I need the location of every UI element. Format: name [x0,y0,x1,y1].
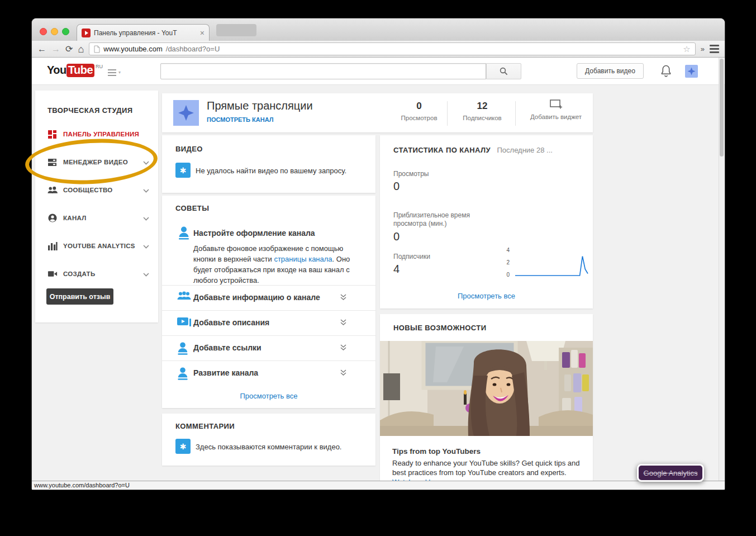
chevron-down-icon[interactable] [143,213,149,223]
url-domain: www.youtube.com [103,45,163,53]
videos-empty-message: Не удалось найти видео по вашему запросу… [196,167,346,175]
sidebar-item-label: YOUTUBE ANALYTICS [63,243,135,249]
sidebar-item-channel[interactable]: КАНАЛ [35,206,158,230]
youtube-logo[interactable]: YouTubeRU [47,64,103,77]
account-avatar[interactable] [685,65,698,78]
tip-row-channel-info[interactable]: Добавьте информацию о канале [162,285,375,310]
divider [447,101,448,126]
chevron-down-icon[interactable] [143,241,149,251]
sidebar-item-create[interactable]: СОЗДАТЬ [35,262,158,286]
zoom-window-button[interactable] [62,28,69,35]
tip-row-label: Добавьте информацию о канале [193,293,320,302]
stats-period-label: Последние 28 ... [497,146,552,154]
channel-avatar[interactable] [173,100,199,126]
asterisk-glyph: ✱ [180,442,187,451]
watch-time-metric-label: Приблизительное время просмотра (мин.) [393,211,486,228]
notifications-bell-icon[interactable] [660,64,672,80]
home-icon[interactable]: ⌂ [78,44,84,54]
page-scrollbar[interactable] [719,58,724,481]
videos-card-title: ВИДЕО [175,145,203,153]
tip-row-links[interactable]: Добавьте ссылки [162,335,375,361]
subscribers-stat-label: Подписчиков [454,115,510,121]
tips-card-title: СОВЕТЫ [175,204,209,212]
forward-icon[interactable]: → [51,45,60,54]
promo-text: Ready to enhance your YouTube skills? Ge… [392,458,585,477]
featured-tip-description: Добавьте фоновое изображение с помощью к… [193,243,362,286]
new-features-card: НОВЫЕ ВОЗМОЖНОСТИ [380,314,593,481]
double-chevron-down-icon[interactable] [340,293,347,303]
browser-tabstrip: Панель управления - YouT × [32,18,725,41]
minimize-window-button[interactable] [51,28,58,35]
logo-tube: Tube [66,64,94,77]
guide-menu-icon[interactable]: ▾ [108,68,121,78]
channel-title: Прямые трансляции [207,99,313,112]
channel-header-card: Прямые трансляции ПОСМОТРЕТЬ КАНАЛ 0 Про… [162,93,593,132]
channel-page-link[interactable]: страницы канала [274,255,332,263]
url-path: /dashboard?o=U [166,45,220,53]
url-bar[interactable]: www.youtube.com/dashboard?o=U ☆ [89,42,695,55]
chevron-down-icon[interactable] [143,269,149,279]
browser-window: Панель управления - YouT × ← → ⟳ ⌂ www.y… [32,18,725,490]
search-input[interactable] [160,63,486,79]
status-bar: www.youtube.com/dashboard?o=U [32,481,725,490]
people-group-icon [177,291,192,303]
view-channel-link[interactable]: ПОСМОТРЕТЬ КАНАЛ [207,116,273,123]
new-features-card-title: НОВЫЕ ВОЗМОЖНОСТИ [393,324,486,332]
tips-view-all-link[interactable]: Просмотреть все [162,392,375,400]
google-analytics-label: Google Analytics [644,469,698,477]
views-metric-label: Просмотры [393,170,429,178]
background-tab-stub[interactable] [216,24,256,36]
scrollbar-thumb[interactable] [720,59,724,156]
tab-close-icon[interactable]: × [200,29,205,37]
chevron-down-icon[interactable] [143,185,149,195]
search-button[interactable] [486,63,521,79]
watch-time-metric-value: 0 [393,230,400,243]
person-icon [177,367,189,383]
create-camera-icon [47,270,58,278]
reload-icon[interactable]: ⟳ [65,45,73,54]
comments-empty-message: Здесь показываются комментарии к видео. [196,443,341,451]
hamburger-icon [108,68,116,78]
youtube-masthead: YouTubeRU ▾ Добавить видео [32,58,725,85]
analytics-icon [47,241,58,251]
tip-row-descriptions[interactable]: Добавьте описания [162,310,375,335]
search-icon [500,67,508,75]
back-icon[interactable]: ← [37,45,46,54]
youtube-favicon-icon [82,29,91,37]
page-icon [94,45,100,53]
promo-video-thumbnail[interactable] [380,341,593,436]
subscribers-sparkline: 4 2 0 [502,247,590,278]
dashboard-icon [47,130,58,139]
status-bar-url: www.youtube.com/dashboard?o=U [34,482,130,488]
views-metric-value: 0 [393,180,400,193]
sidebar-item-label: СОЗДАТЬ [63,271,95,277]
tips-card: СОВЕТЫ Настройте оформление канала Добав… [162,196,375,408]
toolbar-overflow-icon[interactable]: » [701,45,705,53]
star-tile-icon: ✱ [175,439,191,454]
bookmark-star-icon[interactable]: ☆ [683,44,690,54]
close-window-button[interactable] [40,28,47,35]
views-stat: 0 Просмотров [391,101,447,121]
y-tick-label: 2 [502,259,510,265]
add-widget-button[interactable]: Добавить виджет [522,99,589,120]
promo-title: Tips from top YouTubers [392,447,481,456]
double-chevron-down-icon[interactable] [340,319,347,329]
add-video-button[interactable]: Добавить видео [577,63,644,79]
sidebar-item-analytics[interactable]: YOUTUBE ANALYTICS [35,234,158,258]
y-tick-label: 4 [502,247,510,253]
google-analytics-badge[interactable]: Google Analytics [637,464,704,482]
asterisk-glyph: ✱ [180,166,187,175]
double-chevron-down-icon[interactable] [340,344,347,354]
add-widget-label: Добавить виджет [522,113,589,120]
person-icon [178,226,190,243]
tip-row-channel-growth[interactable]: Развитие канала [162,361,375,386]
sparkline-chart [514,249,589,277]
logo-you: You [47,64,66,76]
send-feedback-button[interactable]: Отправить отзыв [46,288,113,305]
chrome-menu-icon[interactable] [710,43,719,55]
active-tab[interactable]: Панель управления - YouT × [77,24,210,41]
double-chevron-down-icon[interactable] [340,369,347,379]
stats-view-all-link[interactable]: Просмотреть все [380,292,593,300]
browser-toolbar: ← → ⟳ ⌂ www.youtube.com/dashboard?o=U ☆ … [32,41,725,58]
add-widget-icon [550,99,562,109]
